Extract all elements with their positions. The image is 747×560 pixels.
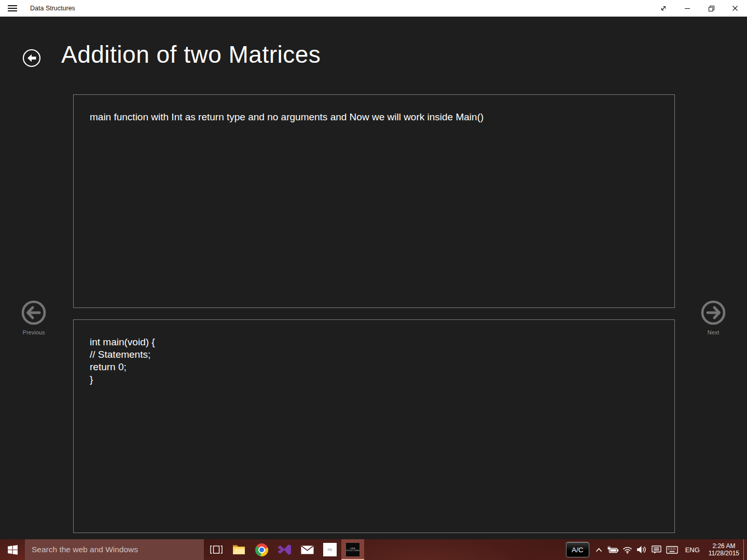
next-button[interactable]: Next [700, 299, 727, 335]
fig-app-icon: FIG [323, 543, 337, 556]
task-view-icon [210, 545, 223, 554]
titlebar: Data Structures [0, 0, 747, 17]
next-icon [700, 299, 727, 326]
power-mode-label: A/C [566, 542, 589, 557]
hamburger-icon [8, 4, 17, 13]
restore-button[interactable] [699, 0, 723, 17]
code-line: } [90, 373, 155, 386]
show-desktop-button[interactable] [743, 539, 747, 560]
battery-status-button[interactable] [606, 539, 620, 560]
code-line: int main(void) { [90, 336, 155, 348]
restore-icon [708, 5, 715, 12]
task-view-button[interactable] [205, 539, 227, 560]
windows-logo-icon [8, 545, 18, 555]
search-input[interactable] [25, 539, 204, 560]
window-title: Data Structures [30, 5, 75, 12]
description-box: main function with Int as return type an… [73, 94, 675, 308]
wifi-button[interactable] [620, 539, 634, 560]
fig-app-button[interactable]: FIG [319, 539, 341, 560]
page-title: Addition of two Matrices [61, 40, 321, 68]
system-tray: A/C [563, 539, 747, 560]
keyboard-icon [666, 546, 678, 554]
code-line: return 0; [90, 361, 155, 373]
volume-icon [637, 545, 646, 554]
action-center-icon [652, 545, 661, 554]
back-button[interactable] [22, 48, 42, 68]
back-icon [22, 48, 42, 68]
start-button[interactable] [0, 539, 25, 560]
wifi-icon [622, 546, 632, 554]
clock-date: 11/28/2015 [709, 550, 739, 557]
chrome-icon [255, 543, 268, 556]
chevron-up-icon [596, 548, 602, 552]
close-icon [732, 5, 738, 11]
hidden-icons-button[interactable] [592, 539, 606, 560]
mail-button[interactable] [296, 539, 319, 560]
code-block: int main(void) { // Statements; return 0… [90, 336, 155, 386]
minimize-icon [684, 5, 690, 11]
volume-button[interactable] [634, 539, 649, 560]
battery-charging-icon [607, 545, 619, 554]
language-indicator[interactable]: ENG [681, 546, 704, 554]
power-mode-button[interactable]: A/C [563, 539, 592, 560]
next-label: Next [700, 329, 727, 335]
description-text: main function with Int as return type an… [90, 110, 654, 124]
previous-icon [20, 299, 47, 326]
data-structures-app-icon: DATA STRUCTURES [346, 543, 359, 556]
taskbar-search[interactable] [25, 539, 204, 560]
action-center-button[interactable] [649, 539, 664, 560]
taskbar: FIG DATA STRUCTURES A/C [0, 539, 747, 560]
mail-icon [301, 545, 314, 554]
code-line: // Statements; [90, 348, 155, 361]
exit-fullscreen-button[interactable] [652, 0, 675, 17]
clock[interactable]: 2:26 AM 11/28/2015 [704, 542, 743, 557]
file-explorer-button[interactable] [227, 539, 250, 560]
previous-button[interactable]: Previous [20, 299, 47, 335]
data-structures-app-button[interactable]: DATA STRUCTURES [341, 539, 364, 560]
hamburger-menu-button[interactable] [0, 0, 25, 17]
close-button[interactable] [723, 0, 747, 17]
file-explorer-icon [232, 544, 245, 555]
visual-studio-button[interactable] [273, 539, 296, 560]
diagonal-resize-icon [660, 5, 667, 12]
touch-keyboard-button[interactable] [664, 539, 681, 560]
chrome-button[interactable] [250, 539, 273, 560]
minimize-button[interactable] [675, 0, 699, 17]
app-window: Data Structures [0, 0, 747, 560]
visual-studio-icon [278, 543, 291, 556]
previous-label: Previous [20, 329, 47, 335]
code-box: int main(void) { // Statements; return 0… [73, 319, 675, 533]
clock-time: 2:26 AM [709, 542, 739, 550]
